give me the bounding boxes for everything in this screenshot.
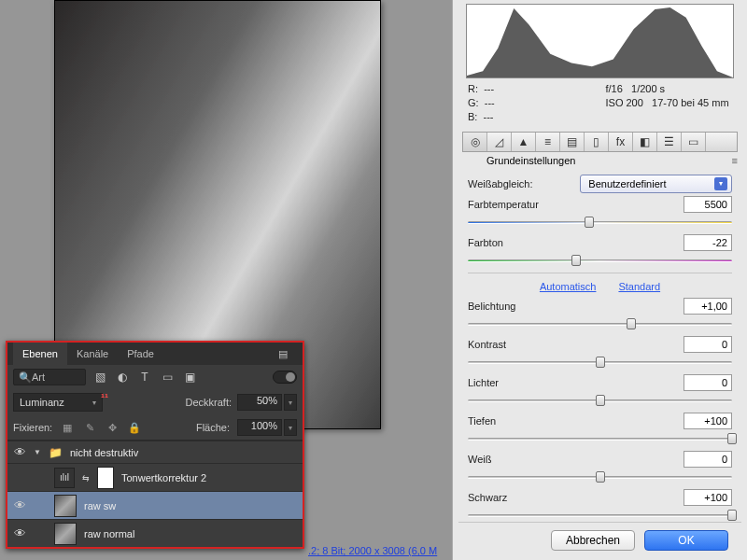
temp-slider[interactable] [468,216,732,229]
tint-slider[interactable] [468,254,732,267]
tone-slider[interactable] [468,356,732,369]
auto-link[interactable]: Automatisch [540,281,597,292]
label-b: B: [468,111,477,122]
layer-filter[interactable]: 🔍 Art [13,369,86,385]
slider-input[interactable] [684,451,732,468]
tone-slider[interactable] [468,317,732,330]
visibility-toggle[interactable] [13,471,26,484]
tab-preset-icon[interactable]: ☰ [657,133,682,151]
slider-label: Schwarz [468,492,678,503]
fill-stepper[interactable]: ▾ [284,419,297,436]
folder-icon: 📁 [49,446,63,459]
wb-select[interactable]: Benutzerdefiniert ▾ [580,175,732,193]
visibility-toggle[interactable]: 👁 [13,499,26,512]
slider-label: Belichtung [468,301,678,312]
camera-raw-panel: R: --- G: --- B: --- f/16 1/200 s ISO 20… [452,0,747,560]
temp-input[interactable] [684,196,732,213]
doc-info-link[interactable]: .2; 8 Bit; 2000 x 3008 (6,0 M [308,545,437,556]
tab-hsl-icon[interactable]: ≡ [536,133,560,151]
tone-slider[interactable] [468,509,732,522]
opacity-label: Deckkraft: [185,397,232,408]
tint-label: Farbton [468,237,678,248]
raw-tabs[interactable]: ◎ ◿ ▲ ≡ ▤ ▯ fx ◧ ☰ ▭ [462,132,738,152]
fill-input[interactable]: 100% [237,419,282,436]
layer-mask-thumb[interactable] [97,467,114,489]
visibility-toggle[interactable]: 👁 [13,527,26,540]
lock-position-icon[interactable]: ✥ [105,420,120,435]
slider-input[interactable] [684,489,732,506]
tab-snapshot-icon[interactable]: ▭ [682,133,706,151]
histogram[interactable] [466,4,734,78]
levels-adjustment-icon: ılıl [54,468,75,488]
filter-adjust-icon[interactable]: ◐ [114,369,131,385]
ok-button[interactable]: OK [644,530,728,551]
filter-shape-icon[interactable]: ▭ [159,369,176,385]
tone-slider[interactable] [468,470,732,483]
tab-basic-icon[interactable]: ◎ [463,133,487,151]
chevron-down-icon: ▾ [714,177,727,190]
panel-menu-icon[interactable]: ▤ [269,343,297,365]
annotation-mark: ¹¹ [101,391,108,404]
tab-curve-icon[interactable]: ◿ [487,133,512,151]
tab-paths[interactable]: Pfade [118,343,163,365]
tab-split-icon[interactable]: ▤ [560,133,585,151]
section-menu-icon[interactable]: ≡ [600,152,739,169]
cancel-button[interactable]: Abbrechen [551,530,635,551]
label-r: R: [468,83,478,94]
tab-fx-icon[interactable]: fx [609,133,633,151]
slider-input[interactable] [684,374,732,391]
tab-detail-icon[interactable]: ▲ [512,133,536,151]
section-title: Grundeinstellungen [462,152,600,169]
filter-image-icon[interactable]: ▧ [92,369,108,385]
filter-toggle[interactable] [273,371,297,384]
layer-group[interactable]: 👁 ▼ 📁 nicht destruktiv [7,441,303,463]
visibility-toggle[interactable]: 👁 [13,446,26,459]
temp-label: Farbtemperatur [468,199,678,210]
layers-panel: Ebenen Kanäle Pfade ▤ 🔍 Art ▧ ◐ T ▭ ▣ Lu… [6,341,304,549]
lock-label: Fixieren: [13,422,52,433]
exif-info: R: --- G: --- B: --- f/16 1/200 s ISO 20… [468,82,732,124]
slider-input[interactable] [684,413,732,429]
layer-thumb[interactable] [54,495,77,517]
tone-slider[interactable] [468,432,732,445]
lock-all-icon[interactable]: 🔒 [127,420,142,435]
lock-transparent-icon[interactable]: ▦ [60,420,75,435]
layer-row[interactable]: ılıl ⇆ Tonwertkorrektur 2 [7,463,303,491]
tab-lens-icon[interactable]: ▯ [585,133,609,151]
wb-label: Weißabgleich: [468,178,574,189]
disclosure-icon[interactable]: ▼ [34,448,41,456]
slider-input[interactable] [684,336,732,353]
default-link[interactable]: Standard [618,281,660,292]
slider-label: Lichter [468,377,678,388]
tint-input[interactable] [684,234,732,251]
svg-marker-0 [467,7,733,77]
lock-pixels-icon[interactable]: ✎ [82,420,97,435]
filter-smart-icon[interactable]: ▣ [181,369,198,385]
layer-row[interactable]: 👁 raw normal [7,519,303,547]
slider-input[interactable] [684,298,732,315]
tone-slider[interactable] [468,394,732,407]
tab-camera-icon[interactable]: ◧ [633,133,657,151]
label-g: G: [468,97,479,108]
slider-label: Kontrast [468,339,678,350]
blend-mode-select[interactable]: Luminanz▾ [13,393,103,412]
tab-layers[interactable]: Ebenen [13,343,67,365]
filter-type-icon[interactable]: T [136,369,153,385]
fill-label: Fläche: [196,422,230,433]
opacity-stepper[interactable]: ▾ [284,394,297,411]
layer-row[interactable]: 👁 raw sw [7,491,303,519]
opacity-input[interactable]: 50% [237,394,282,411]
slider-label: Tiefen [468,415,678,427]
slider-label: Weiß [468,454,678,465]
layer-thumb[interactable] [54,523,77,545]
tab-channels[interactable]: Kanäle [67,343,118,365]
